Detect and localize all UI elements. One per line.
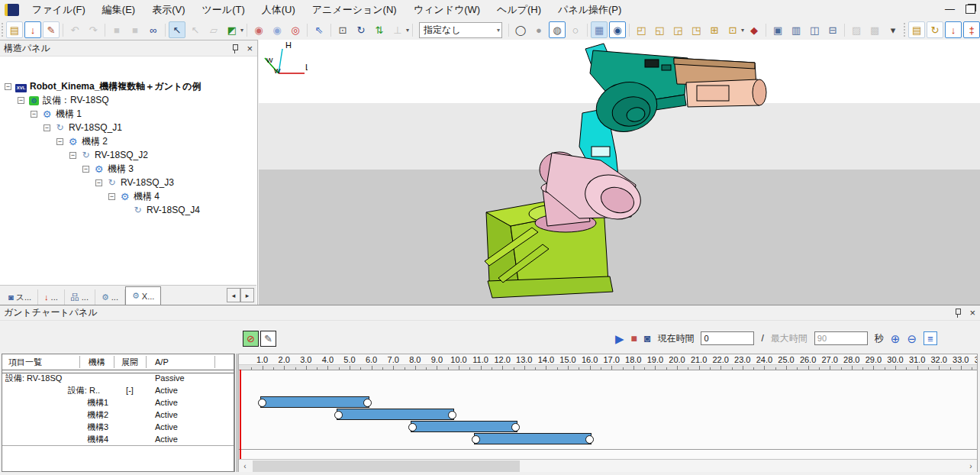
tree-expander-icon[interactable]: − <box>95 179 102 186</box>
tab-scroll-left-button[interactable]: ◂ <box>227 288 240 302</box>
tree-expander-icon[interactable]: − <box>5 83 11 90</box>
gantt-edit-button[interactable]: ✎ <box>260 331 276 347</box>
view-custom-dropdown-icon[interactable]: ▾ <box>741 27 744 34</box>
material-filter-combobox[interactable]: 指定なし▾ <box>419 22 502 38</box>
menu-animation[interactable]: アニメーション(N) <box>304 3 405 17</box>
close-icon[interactable]: × <box>246 44 253 53</box>
tree-item[interactable]: −⚙機構 1 <box>0 107 256 121</box>
fit-view[interactable]: ◆ <box>746 21 762 38</box>
rt-sync-view[interactable]: ↻ <box>927 21 943 38</box>
tree-item[interactable]: −↻RV-18SQ_J3 <box>0 176 256 189</box>
tree-item-label[interactable]: RV-18SQ_J1 <box>69 122 122 133</box>
pin-icon[interactable] <box>231 44 240 53</box>
view-front[interactable]: ◲ <box>669 21 686 38</box>
toggle-edit-panel[interactable]: ✎ <box>43 21 60 38</box>
gantt-bar[interactable] <box>260 396 369 408</box>
tree-item-label[interactable]: RV-18SQ_J2 <box>95 150 148 160</box>
gantt-bar-handle[interactable] <box>472 435 480 444</box>
play-button[interactable]: ▶ <box>615 333 624 344</box>
zoom-in-icon[interactable]: ⊕ <box>891 333 901 344</box>
menu-tools[interactable]: ツール(T) <box>194 3 253 17</box>
menu-window[interactable]: ウィンドウ(W) <box>405 3 488 17</box>
window-split-horizontal[interactable]: ⊟ <box>824 21 841 38</box>
table-row[interactable]: 機構4Active <box>2 433 234 445</box>
toolbar-grip[interactable] <box>2 23 3 37</box>
menu-panel-operations[interactable]: パネル操作(P) <box>550 3 630 17</box>
tree-item-label[interactable]: 機構 1 <box>56 108 82 121</box>
add-to-selection[interactable]: ⇖ <box>311 21 327 38</box>
right-toolbar-grip[interactable] <box>904 23 905 37</box>
table-row[interactable]: 設備: R..[-]Active <box>2 384 234 396</box>
3d-viewport[interactable]: H L W W <box>259 40 980 305</box>
window-split-vertical[interactable]: ◫ <box>806 21 823 38</box>
view-top[interactable]: ◳ <box>688 21 704 38</box>
tab-mechanism[interactable]: ⚙... <box>95 289 125 305</box>
tree-item-label[interactable]: RV-18SQ_J4 <box>147 205 200 215</box>
select-rect[interactable]: ⊡ <box>334 21 351 38</box>
tree-item[interactable]: −⚙機構 4 <box>0 189 256 203</box>
gantt-bar[interactable] <box>474 433 592 444</box>
related-prev[interactable]: ◉ <box>250 21 267 38</box>
model-prev[interactable]: ■ <box>108 21 125 38</box>
render-wireframe[interactable]: ◯ <box>512 21 529 38</box>
tree-item[interactable]: −XVLRobot_Kinema_機構複数軸＋ガントの例 <box>0 79 256 93</box>
scroll-left-button[interactable]: ‹ <box>239 460 251 472</box>
stop-button[interactable]: ■ <box>631 333 637 344</box>
view-custom[interactable]: ⊡ <box>724 21 741 38</box>
tab-scroll-right-button[interactable]: ▸ <box>240 288 254 302</box>
rt-gantt-panel[interactable]: ↓ <box>945 21 962 38</box>
max-time-input[interactable]: 90 <box>814 331 868 345</box>
window-cascade[interactable]: ▥ <box>788 21 804 38</box>
view-iso-se[interactable]: ◱ <box>651 21 668 38</box>
tab-snapshot[interactable]: ◙ス... <box>2 289 38 305</box>
gantt-bar[interactable] <box>337 409 454 420</box>
measure[interactable]: ⇅ <box>371 21 388 38</box>
gantt-bar-handle[interactable] <box>585 435 594 444</box>
visibility-filter[interactable]: ◉ <box>609 21 626 38</box>
related-next[interactable]: ◉ <box>269 21 285 38</box>
window-new[interactable]: ▣ <box>769 21 786 38</box>
select-parts[interactable]: ↖ <box>169 21 185 38</box>
gantt-splitter[interactable] <box>234 354 237 472</box>
restore-button[interactable] <box>965 5 975 14</box>
toolbar-overflow[interactable]: ▾ <box>885 21 901 38</box>
select-volume[interactable]: ◩ <box>224 21 240 38</box>
table-row[interactable]: 機構1Active <box>2 396 234 409</box>
grid-display[interactable]: ▦ <box>591 21 608 38</box>
menu-help[interactable]: ヘルプ(H) <box>488 3 550 17</box>
search[interactable]: ∞ <box>145 21 162 38</box>
cross-section-dropdown-icon[interactable]: ▾ <box>406 27 409 34</box>
tree-expander-icon[interactable]: − <box>108 193 115 200</box>
gantt-bar-handle[interactable] <box>258 399 266 407</box>
highlight-selection[interactable]: ◎ <box>287 21 304 38</box>
rt-structure-panel[interactable]: ▤ <box>908 21 925 38</box>
tab-xvl-mechanism[interactable]: ⚙X... <box>125 286 161 305</box>
scroll-right-button[interactable]: › <box>965 460 977 472</box>
tree-item-label[interactable]: 機構 4 <box>134 190 160 203</box>
menu-human[interactable]: 人体(U) <box>253 3 304 17</box>
tree-item[interactable]: −⚙機構 3 <box>0 162 256 176</box>
menu-view[interactable]: 表示(V) <box>143 3 193 17</box>
tree-expander-icon[interactable]: − <box>82 166 89 173</box>
gantt-clear-button[interactable]: ⊘ <box>243 331 259 347</box>
gantt-bar-handle[interactable] <box>334 411 343 419</box>
tree-item[interactable]: −↻RV-18SQ_J1 <box>0 121 256 134</box>
tree-expander-icon[interactable]: − <box>69 152 76 159</box>
gantt-bar-handle[interactable] <box>448 411 456 419</box>
rt-axis-panel[interactable]: ‡ <box>963 21 980 38</box>
pin-icon[interactable] <box>954 308 962 318</box>
tab-hierarchy[interactable]: 品... <box>65 289 95 305</box>
current-time-input[interactable]: 0 <box>701 331 754 345</box>
robot-model[interactable] <box>259 40 980 305</box>
tree-item-label[interactable]: 機構 3 <box>108 163 134 176</box>
toggle-structure-panel[interactable]: ▤ <box>6 21 23 38</box>
tree-item[interactable]: −↻RV-18SQ_J2 <box>0 148 256 162</box>
tree-expander-icon[interactable]: − <box>31 111 37 118</box>
gantt-options-button[interactable]: ≣ <box>924 331 937 345</box>
table-row[interactable]: 設備: RV-18SQPassive <box>2 372 234 384</box>
current-time-line[interactable] <box>240 370 241 459</box>
model-next[interactable]: ■ <box>127 21 143 38</box>
view-side[interactable]: ⊞ <box>706 21 723 38</box>
tree-item-label[interactable]: Robot_Kinema_機構複数軸＋ガントの例 <box>30 80 201 93</box>
gantt-bar-handle[interactable] <box>511 423 520 431</box>
